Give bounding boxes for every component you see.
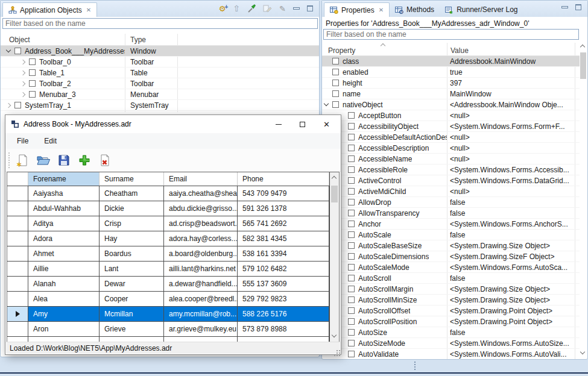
property-checkbox[interactable]: [348, 221, 355, 227]
table-cell[interactable]: Adora: [28, 231, 100, 246]
table-cell[interactable]: Dewar: [100, 277, 164, 292]
property-checkbox[interactable]: [348, 351, 355, 357]
table-cell[interactable]: 588 226 5176: [238, 307, 329, 322]
minimize-icon[interactable]: [293, 7, 300, 10]
maximize-icon[interactable]: [307, 5, 313, 11]
table-cell[interactable]: Aaiyasha: [28, 186, 100, 201]
table-cell[interactable]: a.board@oldenburg...: [164, 246, 238, 262]
table-row[interactable]: AhmetBoardusa.board@oldenburg...538 161 …: [7, 246, 339, 262]
property-checkbox[interactable]: [332, 58, 339, 64]
property-checkbox[interactable]: [348, 210, 355, 216]
row-header-cell[interactable]: [7, 201, 28, 216]
spy-crosshair-icon[interactable]: ⚙+: [219, 5, 226, 13]
property-checkbox[interactable]: [348, 134, 355, 140]
tab-application-objects[interactable]: Application Objects ✕: [2, 2, 97, 17]
property-checkbox[interactable]: [348, 145, 355, 151]
property-row[interactable]: Anchor<System.Windows.Forms.AnchorS...: [322, 219, 580, 230]
table-row[interactable]: AlanahDewara.dewar@handfield....555 137 …: [7, 277, 339, 292]
property-row[interactable]: AccessibleName<null>: [322, 154, 580, 164]
table-cell[interactable]: Grieve: [100, 322, 164, 337]
property-checkbox[interactable]: [332, 101, 339, 108]
property-checkbox[interactable]: [348, 264, 355, 271]
column-header-object[interactable]: Object: [9, 36, 30, 44]
table-cell[interactable]: Amy: [28, 307, 100, 322]
table-cell[interactable]: Abdul-Wahhab: [28, 201, 100, 216]
table-cell[interactable]: ad.crisp@beadswort...: [164, 216, 238, 231]
object-filter-input[interactable]: [2, 18, 318, 29]
column-header-property[interactable]: Property: [328, 46, 355, 55]
column-header-forename[interactable]: Forename: [28, 172, 100, 186]
row-header-cell[interactable]: [7, 277, 28, 292]
tree-row[interactable]: Table_1Table: [1, 67, 319, 78]
open-file-icon[interactable]: [36, 152, 51, 169]
property-row[interactable]: ActiveControl<System.Windows.Forms.DataG…: [322, 175, 580, 186]
new-file-icon[interactable]: ✶: [15, 152, 31, 169]
table-cell[interactable]: ar.grieve@mulkey.eu: [164, 322, 238, 337]
edit-object-icon[interactable]: [263, 4, 272, 13]
tree-item-checkbox[interactable]: [29, 58, 36, 65]
table-cell[interactable]: Dickie: [100, 201, 164, 216]
property-checkbox[interactable]: [348, 286, 355, 292]
table-cell[interactable]: Alea: [28, 292, 100, 307]
tree-item-checkbox[interactable]: [14, 48, 21, 54]
property-checkbox[interactable]: [348, 307, 355, 314]
close-icon[interactable]: ✕: [379, 7, 384, 13]
chevron-right-icon[interactable]: [21, 59, 25, 64]
table-cell[interactable]: a.dewar@handfield....: [164, 277, 238, 292]
table-cell[interactable]: 529 792 9823: [238, 292, 329, 307]
tree-row[interactable]: Toolbar_0Toolbar: [1, 57, 319, 67]
row-header-cell[interactable]: [7, 262, 28, 277]
property-row[interactable]: AutoScrollfalse: [322, 273, 580, 284]
table-cell[interactable]: 555 137 3609: [238, 277, 329, 292]
table-row[interactable]: Abdul-WahhabDickieabdu.dickie@grisso...5…: [7, 201, 339, 216]
chevron-down-icon[interactable]: [6, 48, 11, 52]
property-row[interactable]: AutoSizefalse: [322, 327, 580, 338]
tab-properties[interactable]: Properties ✕: [324, 2, 390, 17]
property-row[interactable]: height397: [322, 78, 580, 89]
column-header-type[interactable]: Type: [130, 36, 146, 44]
window-minimize-icon[interactable]: [276, 124, 282, 125]
window-titlebar[interactable]: Address Book - MyAddresses.adr ✕: [5, 115, 341, 133]
property-checkbox[interactable]: [348, 166, 355, 173]
table-cell[interactable]: ailli.lant@harkins.net: [164, 262, 238, 277]
property-checkbox[interactable]: [332, 80, 339, 86]
property-checkbox[interactable]: [348, 155, 355, 162]
property-checkbox[interactable]: [348, 253, 355, 260]
property-row[interactable]: AutoScaleBaseSize<System.Drawing.Size Ob…: [322, 240, 580, 251]
tree-row[interactable]: SystemTray_1SystemTray: [1, 100, 319, 111]
column-header-value[interactable]: Value: [450, 46, 469, 55]
property-row[interactable]: AutoScrollMinSize<System.Drawing.Size Ob…: [322, 295, 580, 306]
menu-file[interactable]: File: [17, 137, 28, 145]
table-cell[interactable]: Boardus: [100, 246, 164, 262]
property-checkbox[interactable]: [348, 296, 355, 303]
menu-edit[interactable]: Edit: [44, 137, 57, 145]
property-row[interactable]: AutoScalefalse: [322, 230, 580, 240]
window-close-icon[interactable]: ✕: [323, 121, 330, 128]
splitter-handle[interactable]: [414, 362, 416, 363]
add-entry-icon[interactable]: [77, 152, 92, 169]
property-row[interactable]: enabledtrue: [322, 67, 580, 78]
delete-entry-icon[interactable]: [97, 152, 113, 169]
row-header-cell[interactable]: [7, 231, 28, 246]
property-row[interactable]: AutoValidate<System.Windows.Forms.AutoVa…: [322, 349, 580, 359]
table-cell[interactable]: Hay: [100, 231, 164, 246]
row-header-cell[interactable]: [7, 216, 28, 231]
chevron-right-icon[interactable]: [21, 81, 25, 86]
row-header-cell[interactable]: [7, 292, 28, 307]
tree-header[interactable]: Object Type: [1, 34, 319, 46]
table-cell[interactable]: alea.cooper@breedl...: [164, 292, 238, 307]
property-checkbox[interactable]: [348, 177, 355, 184]
chevron-right-icon[interactable]: [21, 70, 25, 75]
table-cell[interactable]: 543 709 9479: [238, 186, 329, 201]
property-row[interactable]: AutoScrollOffset<System.Drawing.Point Ob…: [322, 306, 580, 316]
property-checkbox[interactable]: [348, 123, 355, 130]
property-row[interactable]: AutoScaleDimensions<System.Drawing.SizeF…: [322, 251, 580, 262]
property-row[interactable]: AccessibilityObject<System.Windows.Forms…: [322, 121, 580, 132]
toolbar-grip[interactable]: [8, 152, 10, 168]
property-row[interactable]: AllowDropfalse: [322, 197, 580, 208]
table-cell[interactable]: Alanah: [28, 277, 100, 292]
property-checkbox[interactable]: [332, 90, 339, 97]
tree-item-checkbox[interactable]: [29, 80, 36, 87]
table-row[interactable]: AronGrievear.grieve@mulkey.eu573 879 898…: [7, 322, 339, 337]
property-row[interactable]: AccessibleDefaultActionDescription<null>: [322, 132, 580, 143]
